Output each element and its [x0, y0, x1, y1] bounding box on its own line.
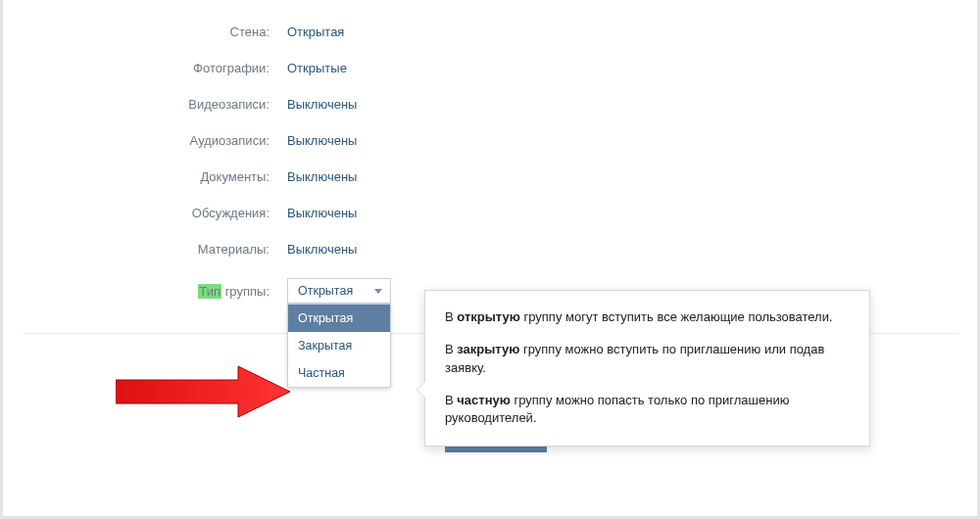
row-docs: Документы: Выключены — [3, 169, 977, 184]
svg-marker-0 — [116, 366, 290, 417]
value-discussions[interactable]: Выключены — [287, 206, 357, 220]
label-photos: Фотографии: — [3, 61, 287, 75]
label-videos: Видеозаписи: — [3, 97, 287, 112]
label-audio: Аудиозаписи: — [3, 133, 287, 148]
tooltip-para-open: В открытую группу могут вступить все жел… — [445, 308, 850, 327]
label-materials: Материалы: — [3, 242, 287, 257]
tooltip-para-private: В частную группу можно попасть только по… — [445, 392, 850, 429]
label-group-type-rest: группы: — [221, 284, 270, 299]
group-type-dropdown: Открытая Открытая Закрытая Частная — [287, 278, 391, 304]
row-photos: Фотографии: Открытые — [3, 61, 977, 75]
option-private[interactable]: Частная — [288, 359, 390, 387]
value-materials[interactable]: Выключены — [287, 242, 357, 257]
value-videos[interactable]: Выключены — [287, 97, 357, 112]
label-docs: Документы: — [3, 169, 287, 184]
tooltip-arrow-icon — [416, 381, 425, 399]
group-type-select[interactable]: Открытая — [287, 278, 391, 304]
row-materials: Материалы: Выключены — [3, 242, 977, 257]
group-type-selected-text: Открытая — [298, 284, 353, 298]
group-type-options: Открытая Закрытая Частная — [287, 304, 391, 388]
label-group-type-highlight: Тип — [198, 284, 221, 299]
red-arrow-icon — [116, 362, 292, 421]
group-type-tooltip: В открытую группу могут вступить все жел… — [424, 290, 870, 447]
value-photos[interactable]: Открытые — [287, 61, 347, 75]
label-discussions: Обсуждения: — [3, 206, 287, 220]
row-audio: Аудиозаписи: Выключены — [3, 133, 977, 148]
row-discussions: Обсуждения: Выключены — [3, 206, 977, 220]
option-open[interactable]: Открытая — [288, 305, 390, 332]
option-closed[interactable]: Закрытая — [288, 332, 390, 359]
tooltip-para-closed: В закрытую группу можно вступить по приг… — [445, 341, 850, 378]
row-wall: Стена: Открытая — [3, 24, 977, 39]
label-wall: Стена: — [3, 24, 287, 39]
row-videos: Видеозаписи: Выключены — [3, 97, 977, 112]
value-audio[interactable]: Выключены — [287, 133, 357, 148]
chevron-down-icon — [374, 289, 382, 294]
label-group-type: Тип группы: — [3, 284, 287, 299]
value-docs[interactable]: Выключены — [287, 169, 357, 184]
value-wall[interactable]: Открытая — [287, 24, 344, 39]
settings-panel: Стена: Открытая Фотографии: Открытые Вид… — [0, 0, 980, 519]
